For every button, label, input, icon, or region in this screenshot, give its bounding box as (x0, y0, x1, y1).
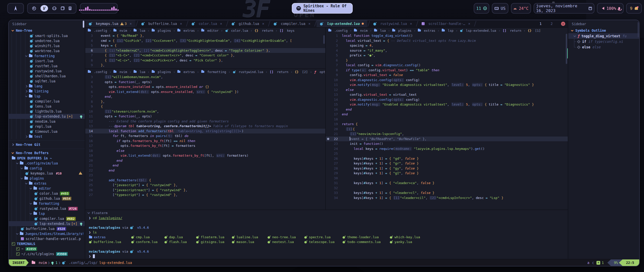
neotree-item[interactable]: smart-splits.lua (9, 33, 85, 38)
code-line[interactable]: 12 else (326, 87, 568, 92)
neotree-item[interactable]: repl.lua (9, 124, 85, 129)
outline-scrollbar[interactable] (638, 22, 639, 37)
neotree-item[interactable]: lens.lua (9, 104, 85, 109)
code-line[interactable]: 5 opts.ensure_installed = opts.ensure_in… (85, 84, 325, 89)
close-icon[interactable]: × (262, 22, 264, 26)
code-line[interactable]: 19 vim.list_extend(dst: opts.formatters_… (85, 153, 325, 158)
code-line[interactable]: 18 (326, 117, 568, 122)
buffer-item[interactable]: formatting (9, 201, 85, 206)
code-line[interactable]: 3 spacing = 4, (326, 43, 568, 48)
neotree-item[interactable]: rustywind.lua (9, 69, 85, 74)
buffer-item[interactable]: scrollbar-handle-vertical.p (9, 236, 85, 241)
buffer-item[interactable]: lsp-extended.lu[+] (9, 221, 85, 226)
editor-pane-color[interactable]: .config›nvim›lua›plugins›extras›editor›c… (85, 28, 325, 69)
neotree-item[interactable]: test (9, 134, 85, 139)
code-line[interactable]: 32 (326, 186, 568, 191)
code-line[interactable]: 21 end (85, 163, 325, 168)
workspace-game-icon[interactable] (52, 7, 56, 10)
code-line[interactable]: 14 local function add_formatters(tbl :ta… (85, 129, 325, 134)
neotree-item[interactable]: lang (9, 84, 85, 89)
code-line[interactable]: 6 { [1]"<leader>uC", [2]"<cmd>CccHighlig… (85, 48, 325, 53)
code-line[interactable]: 27 ["typescript"] = { "rustywind" }, (85, 192, 325, 197)
neotree-item[interactable]: lightbulb.lua (9, 109, 85, 114)
buffer-item[interactable]: editor (9, 186, 85, 191)
close-icon[interactable]: × (180, 22, 182, 26)
code-line[interactable]: 8 if type(v: config.virtual_text) == "ta… (326, 68, 568, 73)
buffer-item[interactable]: TERMINALS (9, 241, 85, 246)
code-line[interactable]: 7 end, (85, 94, 325, 99)
code-line[interactable]: 13 config.virtual_text = virtual_text (326, 92, 568, 97)
workspace-browser-icon[interactable] (32, 7, 36, 10)
buffer-item[interactable]: color.lua#493 (9, 191, 85, 196)
floaterm-title[interactable]: Floaterm (85, 210, 568, 216)
buffer-item[interactable]: keymaps.lua#10 (9, 171, 85, 176)
code-line[interactable]: 22 event = { "BufReadPre", "BufNewFile" … (326, 137, 568, 142)
pane-scrollbar[interactable] (566, 34, 567, 64)
code-line[interactable]: 12 --- Extend the conform plugin config … (85, 119, 325, 124)
neotree-item[interactable]: winshift.lua (9, 43, 85, 48)
code-line[interactable]: 24 local keys = require(modname: "lazyvi… (326, 146, 568, 151)
code-line[interactable]: 26 ["javascriptreact"] = { "rustywind" }… (85, 188, 325, 193)
close-icon[interactable]: × (468, 22, 470, 26)
code-line[interactable]: 1local function toggle_diag_virtext() (326, 33, 568, 38)
code-line[interactable]: 29 keys[#keys + 1] = { "gI", false } (326, 171, 568, 176)
neotree-item[interactable]: isort.lua (9, 58, 85, 63)
code-line[interactable]: 3 [1]"williamboman/mason.nvim", (85, 75, 325, 80)
neotree-item[interactable]: timeout.lua (9, 129, 85, 134)
notifications-widget[interactable]: 9 (626, 3, 642, 14)
buffer-item[interactable]: rustywind.lua#726 (9, 206, 85, 211)
code-line[interactable]: 19return { (326, 122, 568, 127)
code-line[interactable]: 9 }, (85, 63, 325, 68)
neotree-section-header[interactable]: Neo-Tree (9, 28, 85, 33)
buffer-item[interactable]: .config/nvim/lua (9, 161, 85, 166)
close-all-button[interactable]: ✕ (561, 22, 565, 26)
weather-widget[interactable]: 24°C (511, 3, 531, 14)
code-line[interactable]: 20 end (85, 158, 325, 163)
code-line[interactable]: 33 keys[#keys + 1] = { "<leader>cl", fal… (326, 190, 568, 195)
code-line[interactable]: 15 vim.notify(msg: "Enabled diagnostics … (326, 102, 568, 107)
workspace-switcher[interactable]: V (27, 3, 76, 14)
neotree-item[interactable]: neodim.lua (9, 119, 85, 124)
code-line[interactable]: 23 (85, 173, 325, 178)
code-line[interactable]: 8 { [1]"<C-c>", [2]"<cmd>CccPick<cr>", d… (85, 58, 325, 63)
tabpage-2[interactable]: 2 (547, 20, 556, 27)
buffer-item[interactable]: plugins (9, 176, 85, 181)
code-line[interactable]: 25 (326, 151, 568, 156)
neotree-item[interactable]: undotree.lua (9, 38, 85, 43)
buffer-item[interactable]: Juegos/Indies/SteamLibrary/st (9, 231, 85, 236)
code-line[interactable]: 28 keys[#keys + 1] = { "gy", false } (326, 166, 568, 171)
neotree-item[interactable]: linting (9, 89, 85, 94)
code-line[interactable]: 11 vim.notify(msg: "Disable diagnostics … (326, 82, 568, 87)
buffer-item[interactable]: bufferline.lua#328 (9, 226, 85, 231)
neotree-item[interactable]: formatting (9, 53, 85, 58)
code-line[interactable]: 25 ["javascript"] = { "rustywind" }, (85, 183, 325, 188)
code-line[interactable]: 16 if opts.formatters_by_ft[ft] == nil t… (85, 139, 325, 144)
buffer-item[interactable]: lsp (9, 211, 85, 216)
editor-pane-conform[interactable]: .config›nvim›lua›plugins›extras›formatti… (85, 69, 325, 210)
code-line[interactable]: 17end (326, 112, 568, 117)
code-line[interactable]: 31 keys[#keys + 1] = { "<leader>ca", fal… (326, 181, 568, 186)
spotify-widget[interactable]: Spiritbox - Rule Of Nines (292, 3, 353, 14)
outline-item[interactable]: elseelse (568, 44, 639, 50)
code-line[interactable]: 24 add_formatters(tbl: { (85, 178, 325, 183)
launcher-button[interactable] (7, 3, 24, 14)
code-line[interactable]: 23 init = function() (326, 141, 568, 146)
code-line[interactable]: 4 source = "if_many", (326, 48, 568, 53)
code-line[interactable]: 7 local config = vim.diagnostic.config() (326, 63, 568, 68)
neotree-sidebar[interactable]: Sidebar Neo-Tree smart-splits.luaundotre… (9, 20, 85, 259)
pane-scrollbar[interactable] (323, 35, 325, 44)
code-line[interactable]: 26 keys[#keys + 1] = { "gd", false } (326, 156, 568, 161)
close-icon[interactable]: × (308, 22, 310, 26)
code-line[interactable]: 6 } (326, 58, 568, 63)
workspace-vim-icon[interactable]: V (41, 5, 48, 12)
code-line[interactable]: 13 ---@param tbl table<string, conform.F… (85, 124, 325, 129)
code-line[interactable]: 15 for ft, formatters in pairs(t: tbl) d… (85, 133, 325, 139)
sidebar-scrollbar[interactable] (83, 21, 84, 28)
code-line[interactable]: 17 opts.formatters_by_ft[ft] = formatter… (85, 143, 325, 148)
code-line[interactable]: 18 else (85, 148, 325, 153)
neotree-item[interactable]: lsp (9, 94, 85, 99)
buffer-item[interactable]: compiler.lua#682 (9, 216, 85, 221)
volume-widget[interactable]: 100% (597, 3, 624, 14)
tab-rustywind.lua[interactable]: rustywind.lua× (370, 20, 416, 27)
sparkline-widget[interactable] (80, 3, 118, 14)
